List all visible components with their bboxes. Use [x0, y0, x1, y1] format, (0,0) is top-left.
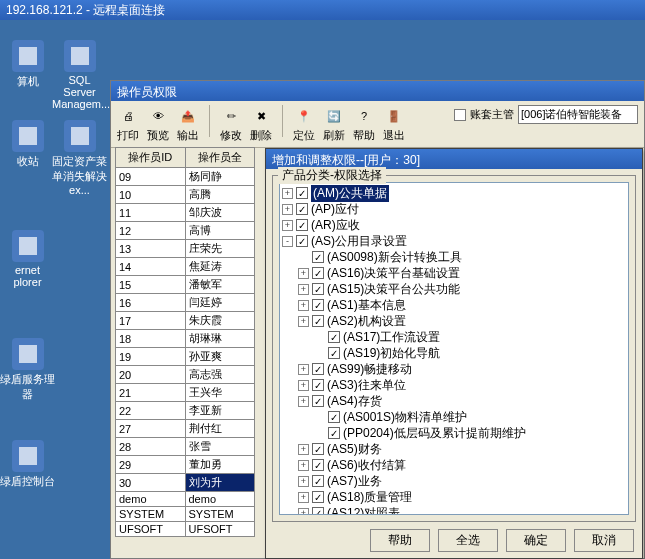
toolbar-预览[interactable]: 👁预览: [147, 105, 169, 143]
tree-node[interactable]: +✓(AS15)决策平台公共功能: [282, 281, 626, 297]
tree-node[interactable]: +✓(AS2)机构设置: [282, 313, 626, 329]
table-row[interactable]: 22李亚新: [116, 402, 255, 420]
tree-checkbox[interactable]: ✓: [312, 475, 324, 487]
table-row[interactable]: 14焦延涛: [116, 258, 255, 276]
table-row[interactable]: 17朱庆霞: [116, 312, 255, 330]
table-row[interactable]: 09杨同静: [116, 168, 255, 186]
tree-checkbox[interactable]: ✓: [328, 331, 340, 343]
tree-checkbox[interactable]: ✓: [312, 363, 324, 375]
desktop-icon[interactable]: 固定资产菜单消失解决 ex...: [52, 120, 107, 196]
table-row[interactable]: SYSTEMSYSTEM: [116, 507, 255, 522]
desktop-icon[interactable]: 算机: [0, 40, 55, 89]
tree-checkbox[interactable]: ✓: [328, 427, 340, 439]
tree-node[interactable]: +✓(AS1)基本信息: [282, 297, 626, 313]
expand-icon[interactable]: +: [298, 300, 309, 311]
expand-icon[interactable]: +: [298, 284, 309, 295]
desktop-icon[interactable]: ernet plorer: [0, 230, 55, 288]
tree-checkbox[interactable]: ✓: [312, 443, 324, 455]
col-operator-id[interactable]: 操作员ID: [116, 148, 186, 168]
expand-icon[interactable]: +: [298, 476, 309, 487]
tree-node[interactable]: +✓(AP)应付: [282, 201, 626, 217]
desktop-icon[interactable]: 收站: [0, 120, 55, 169]
tree-node[interactable]: +✓(AS12)对照表: [282, 505, 626, 515]
toolbar-打印[interactable]: 🖨打印: [117, 105, 139, 143]
col-operator-name[interactable]: 操作员全: [185, 148, 255, 168]
expand-icon[interactable]: +: [298, 380, 309, 391]
toolbar-修改[interactable]: ✏修改: [220, 105, 242, 143]
account-admin-checkbox[interactable]: [454, 109, 466, 121]
tree-node[interactable]: ✓(AS001S)物料清单维护: [282, 409, 626, 425]
expand-icon[interactable]: +: [282, 188, 293, 199]
table-row[interactable]: 18胡琳琳: [116, 330, 255, 348]
tree-checkbox[interactable]: ✓: [296, 187, 308, 199]
tree-node[interactable]: +✓(AS3)往来单位: [282, 377, 626, 393]
permission-tree[interactable]: +✓(AM)公共单据+✓(AP)应付+✓(AR)应收-✓(AS)公用目录设置✓(…: [279, 182, 629, 515]
table-row[interactable]: 21王兴华: [116, 384, 255, 402]
toolbar-删除[interactable]: ✖删除: [250, 105, 272, 143]
desktop-icon[interactable]: 绿盾控制台: [0, 440, 55, 489]
tree-node[interactable]: +✓(AS99)畅捷移动: [282, 361, 626, 377]
expand-icon[interactable]: +: [298, 508, 309, 516]
toolbar-刷新[interactable]: 🔄刷新: [323, 105, 345, 143]
desktop-icon[interactable]: SQL Server Managem...: [52, 40, 107, 110]
table-row[interactable]: 27荆付红: [116, 420, 255, 438]
table-row[interactable]: 13庄荣先: [116, 240, 255, 258]
tree-checkbox[interactable]: ✓: [312, 459, 324, 471]
expand-icon[interactable]: +: [298, 268, 309, 279]
table-row[interactable]: 11邹庆波: [116, 204, 255, 222]
expand-icon[interactable]: -: [282, 236, 293, 247]
expand-icon[interactable]: +: [298, 460, 309, 471]
tree-node[interactable]: ✓(PP0204)低层码及累计提前期维护: [282, 425, 626, 441]
table-row[interactable]: 16闫廷婷: [116, 294, 255, 312]
tree-node[interactable]: ✓(AS17)工作流设置: [282, 329, 626, 345]
table-row[interactable]: demodemo: [116, 492, 255, 507]
table-row[interactable]: UFSOFTUFSOFT: [116, 522, 255, 537]
tree-node[interactable]: +✓(AS5)财务: [282, 441, 626, 457]
expand-icon[interactable]: +: [298, 316, 309, 327]
table-row[interactable]: 28张雪: [116, 438, 255, 456]
dialog-取消-button[interactable]: 取消: [574, 529, 634, 552]
tree-checkbox[interactable]: ✓: [312, 507, 324, 515]
toolbar-输出[interactable]: 📤输出: [177, 105, 199, 143]
tree-checkbox[interactable]: ✓: [296, 235, 308, 247]
expand-icon[interactable]: +: [298, 396, 309, 407]
toolbar-退出[interactable]: 🚪退出: [383, 105, 405, 143]
table-row[interactable]: 10高腾: [116, 186, 255, 204]
tree-node[interactable]: +✓(AS7)业务: [282, 473, 626, 489]
desktop-icon[interactable]: 绿盾服务理器: [0, 338, 55, 402]
tree-checkbox[interactable]: ✓: [328, 347, 340, 359]
tree-checkbox[interactable]: ✓: [312, 315, 324, 327]
dialog-帮助-button[interactable]: 帮助: [370, 529, 430, 552]
dialog-确定-button[interactable]: 确定: [506, 529, 566, 552]
account-combo[interactable]: [006]诺伯特智能装备: [518, 105, 638, 124]
expand-icon[interactable]: +: [298, 364, 309, 375]
table-row[interactable]: 15潘敏军: [116, 276, 255, 294]
dialog-全选-button[interactable]: 全选: [438, 529, 498, 552]
tree-node[interactable]: +✓(AR)应收: [282, 217, 626, 233]
toolbar-定位[interactable]: 📍定位: [293, 105, 315, 143]
tree-checkbox[interactable]: ✓: [312, 283, 324, 295]
tree-node[interactable]: +✓(AS16)决策平台基础设置: [282, 265, 626, 281]
expand-icon[interactable]: +: [298, 492, 309, 503]
tree-node[interactable]: -✓(AS)公用目录设置: [282, 233, 626, 249]
table-row[interactable]: 19孙亚爽: [116, 348, 255, 366]
tree-node[interactable]: +✓(AS6)收付结算: [282, 457, 626, 473]
tree-checkbox[interactable]: ✓: [312, 267, 324, 279]
expand-icon[interactable]: +: [282, 220, 293, 231]
tree-node[interactable]: +✓(AS4)存货: [282, 393, 626, 409]
tree-node[interactable]: +✓(AM)公共单据: [282, 185, 626, 201]
expand-icon[interactable]: +: [298, 444, 309, 455]
table-row[interactable]: 20高志强: [116, 366, 255, 384]
expand-icon[interactable]: +: [282, 204, 293, 215]
tree-checkbox[interactable]: ✓: [296, 219, 308, 231]
tree-node[interactable]: ✓(AS0098)新会计转换工具: [282, 249, 626, 265]
tree-node[interactable]: ✓(AS19)初始化导航: [282, 345, 626, 361]
table-row[interactable]: 29董加勇: [116, 456, 255, 474]
table-row[interactable]: 30刘为升: [116, 474, 255, 492]
tree-checkbox[interactable]: ✓: [312, 299, 324, 311]
table-row[interactable]: 12高博: [116, 222, 255, 240]
tree-checkbox[interactable]: ✓: [296, 203, 308, 215]
tree-checkbox[interactable]: ✓: [312, 491, 324, 503]
tree-checkbox[interactable]: ✓: [312, 379, 324, 391]
tree-checkbox[interactable]: ✓: [312, 251, 324, 263]
